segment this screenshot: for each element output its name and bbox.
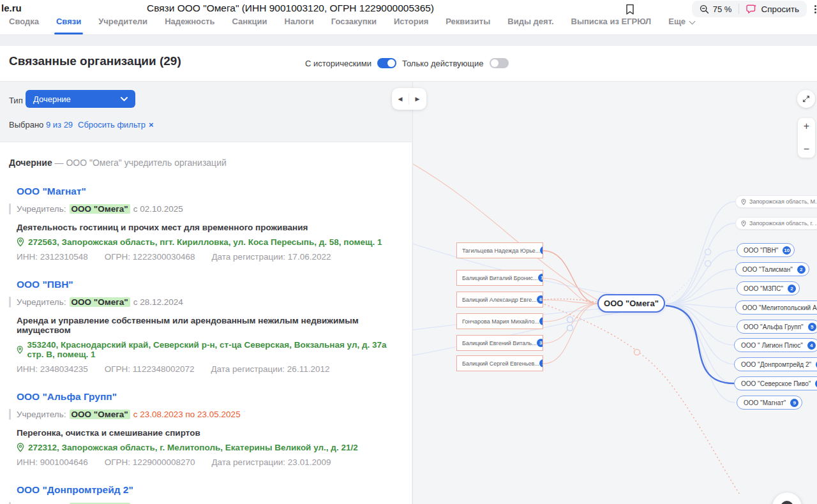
org-meta: ИНН: 2312310548ОГРН: 1222300030468Дата р… xyxy=(17,252,399,262)
bookmark-icon xyxy=(625,4,635,15)
tab-Надежность[interactable]: Надежность xyxy=(165,18,214,34)
org-name-link[interactable]: ООО "Донпромтрейд 2" xyxy=(17,484,133,496)
graph-zoom-control: + − xyxy=(798,118,815,158)
toggle-historical-switch[interactable] xyxy=(377,58,396,68)
founder-org-link[interactable]: ООО "Омега" xyxy=(70,297,130,307)
org-address-text: 353240, Краснодарский край, Северский р-… xyxy=(27,340,399,359)
bookmark-button[interactable] xyxy=(623,3,637,17)
tab-Сводка[interactable]: Сводка xyxy=(9,18,39,34)
tab-Реквизиты[interactable]: Реквизиты xyxy=(446,18,490,34)
graph-location-node[interactable]: Запорожская область, г. ...8 xyxy=(735,217,817,230)
collapse-left-button[interactable]: ◀ xyxy=(392,96,408,102)
org-meta: ИНН: 9001004646ОГРН: 1229000008270Дата р… xyxy=(17,457,399,467)
toggle-active-only-switch[interactable] xyxy=(490,58,509,68)
section-toolbar: Связанные организации (29) С исторически… xyxy=(0,46,817,82)
chosen-prefix: Выбрано xyxy=(9,120,43,130)
graph-company-node[interactable]: ООО "Альфа Групп"5 xyxy=(737,320,817,334)
expand-icon xyxy=(802,94,811,103)
graph-person-node[interactable]: Гончарова Мария Михайло...1 xyxy=(456,313,543,329)
list-heading-strong: Дочерние xyxy=(9,158,52,168)
toggle-active-only-label: Только действующие xyxy=(402,59,484,68)
connection-count-badge: 1 xyxy=(539,359,543,367)
person-label: Балицкий Евгений Виталь... xyxy=(462,340,537,346)
org-reg-date: Дата регистрации: 17.06.2022 xyxy=(211,252,331,262)
tab-История[interactable]: История xyxy=(394,18,428,34)
graph-person-node[interactable]: Балицкий Александр Евге...6 xyxy=(456,292,543,308)
type-filter-dropdown[interactable]: Дочерние xyxy=(26,90,135,108)
graph-company-node[interactable]: ООО "МЗПС"2 xyxy=(737,281,800,295)
org-name-link[interactable]: ООО "Магнат" xyxy=(17,186,86,197)
map-pin-icon xyxy=(741,198,746,205)
toggle-historical-label: С историческими xyxy=(305,59,371,68)
page: { "browser": { "logo": "le.ru", "title":… xyxy=(0,0,817,504)
org-ogrn: ОГРН: 1122348002072 xyxy=(105,364,195,374)
person-label: Тагильцева Надежда Юрье... xyxy=(462,248,540,254)
org-list: ООО "Магнат" Учредитель: ООО "Омега" с 0… xyxy=(9,186,399,504)
ask-button[interactable]: Спросить xyxy=(746,4,799,14)
org-ogrn: ОГРН: 1222300030468 xyxy=(105,252,195,262)
org-name-link[interactable]: ООО "Альфа Групп" xyxy=(17,391,117,403)
relations-graph: Тагильцева Надежда Юрье...1Балицкий Вита… xyxy=(412,81,817,504)
founder-org-link[interactable]: ООО "Омега" xyxy=(70,204,130,214)
graph-fullscreen-button[interactable] xyxy=(797,90,815,108)
org-list-item: ООО "Магнат" Учредитель: ООО "Омега" с 0… xyxy=(17,186,399,262)
person-label: Балицкий Александр Евге... xyxy=(462,297,537,303)
founder-org-link[interactable]: ООО "Омега" xyxy=(70,410,130,419)
org-reg-date: Дата регистрации: 26.11.2012 xyxy=(211,364,329,374)
toggle-historical[interactable]: С историческими xyxy=(305,58,396,68)
company-label: ООО " Лигион Плюс" xyxy=(741,342,803,349)
founder-period: с 02.10.2025 xyxy=(133,204,183,214)
graph-company-node[interactable]: ООО " Лигион Плюс"4 xyxy=(734,338,817,352)
tab-Выписка из ЕГРЮЛ[interactable]: Выписка из ЕГРЮЛ xyxy=(571,18,652,34)
org-ogrn: ОГРН: 1229000008270 xyxy=(105,457,195,467)
tab-Виды деят.[interactable]: Виды деят. xyxy=(507,18,553,34)
graph-location-node[interactable]: Запорожская область, М...4 xyxy=(735,195,817,208)
graph-person-node[interactable]: Балицкий Сергей Евгеньев...1 xyxy=(456,355,543,371)
type-filter-label: Тип xyxy=(9,96,23,105)
chosen-count-value: 9 из 29 xyxy=(46,120,73,130)
graph-company-node[interactable]: ООО "Северское Пиво"6 xyxy=(734,376,817,390)
org-activity: Аренда и управление собственным или арен… xyxy=(17,316,399,335)
tab-Госзакупки[interactable]: Госзакупки xyxy=(331,18,377,34)
collapse-right-button[interactable]: ▶ xyxy=(409,96,426,102)
map-pin-icon xyxy=(17,237,24,247)
tab-Еще[interactable]: Еще xyxy=(668,18,694,34)
graph-company-node[interactable]: ООО "Магнат"9 xyxy=(737,396,802,410)
graph-company-node[interactable]: ООО "Донпромтрейд 2"4 xyxy=(734,357,817,371)
connection-count-badge: 1 xyxy=(538,274,543,282)
founder-bar xyxy=(9,297,11,308)
tab-Санкции[interactable]: Санкции xyxy=(232,18,267,34)
map-pin-icon xyxy=(17,443,24,452)
org-address: 272563, Запорожская область, пгт. Кирилл… xyxy=(17,237,399,247)
chat-glyph-icon xyxy=(781,501,793,504)
kebab-menu-icon[interactable] xyxy=(814,4,816,15)
toggle-active-only[interactable]: Только действующие xyxy=(402,58,509,68)
connection-count-badge: 9 xyxy=(790,399,798,407)
ask-chat-icon xyxy=(746,4,757,14)
graph-center-node[interactable]: ООО "Омега" xyxy=(597,294,665,313)
company-label: ООО "Альфа Групп" xyxy=(744,323,804,330)
graph-person-node[interactable]: Балицкий Виталий Бронис...1 xyxy=(456,270,543,286)
site-logo[interactable]: le.ru xyxy=(1,3,22,13)
org-reg-date: Дата регистрации: 23.01.2009 xyxy=(211,457,331,467)
graph-person-node[interactable]: Балицкий Евгений Виталь...3 xyxy=(456,335,543,351)
zoom-level-control[interactable]: 75 % xyxy=(700,4,732,14)
graph-person-node[interactable]: Тагильцева Надежда Юрье...1 xyxy=(456,242,543,258)
connection-count-badge: 2 xyxy=(797,265,806,274)
zoom-in-button[interactable]: + xyxy=(804,121,809,131)
reset-filter-button[interactable]: Сбросить фильтр× xyxy=(78,120,153,130)
company-label: ООО "Магнат" xyxy=(744,399,786,406)
org-name-link[interactable]: ООО "ПВН" xyxy=(17,279,73,290)
org-list-item: ООО "Альфа Групп" Учредитель: ООО "Омега… xyxy=(17,391,399,467)
tab-Учредители[interactable]: Учредители xyxy=(98,18,147,34)
zoom-out-button[interactable]: − xyxy=(804,144,809,154)
org-address-text: 272563, Запорожская область, пгт. Кирилл… xyxy=(28,237,382,247)
graph-company-node[interactable]: ООО "Мелитопольский Авт...7 xyxy=(735,300,817,315)
map-pin-icon xyxy=(741,220,746,227)
org-list-item: ООО "Донпромтрейд 2" Учредитель: ООО "Ом… xyxy=(17,484,399,504)
connection-count-badge: 2 xyxy=(788,285,796,293)
tab-Связи[interactable]: Связи xyxy=(56,18,81,34)
graph-company-node[interactable]: ООО "Талисман"2 xyxy=(735,262,809,276)
tab-Налоги[interactable]: Налоги xyxy=(285,18,314,34)
graph-company-node[interactable]: ООО "ПВН"10 xyxy=(737,243,795,257)
